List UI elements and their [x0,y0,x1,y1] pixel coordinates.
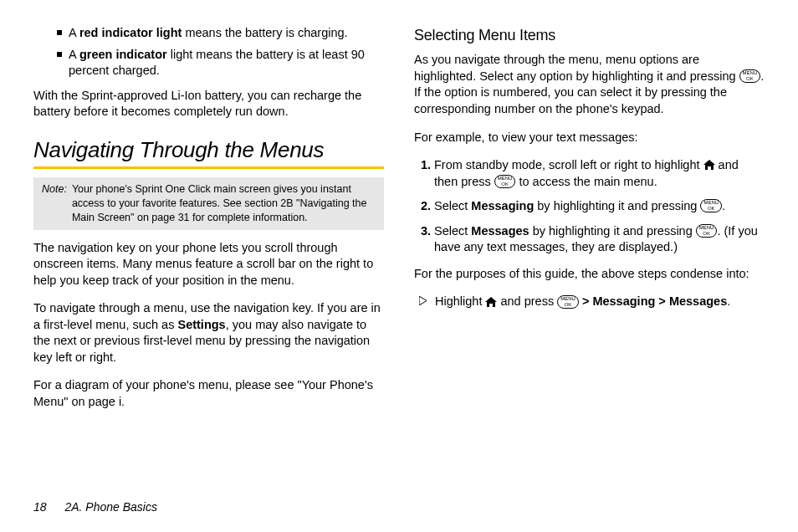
steps-list: From standby mode, scroll left or right … [414,157,765,256]
step-3: Select Messages by highlighting it and p… [434,223,765,256]
sprint-battery-paragraph: With the Sprint-approved Li-Ion battery,… [33,88,384,120]
step-2: Select Messaging by highlighting it and … [434,198,765,215]
condensed-text: Highlight and press MENUOK > Messaging >… [435,294,730,310]
left-column: A red indicator light means the battery … [33,25,384,422]
square-bullet-icon [57,52,62,57]
home-icon [703,160,715,170]
yellow-rule [33,166,384,169]
bullet-red-indicator: A red indicator light means the battery … [57,25,384,42]
intro-paragraph: As you navigate through the menu, menu o… [414,52,765,117]
bullet-green-indicator: A green indicator light means the batter… [57,47,384,79]
condense-paragraph: For the purposes of this guide, the abov… [414,266,765,283]
menu-ok-icon: MENUOK [696,224,718,238]
square-bullet-icon [57,30,62,35]
note-box: Note: Your phone's Sprint One Click main… [33,177,384,230]
bullet-text: A red indicator light means the battery … [69,25,348,42]
section-heading: Navigating Through the Menus [33,136,384,165]
menu-ok-icon: MENUOK [700,199,722,212]
note-label: Note: [42,182,67,225]
indicator-bullets: A red indicator light means the battery … [57,25,384,79]
nav-paragraph-1: The navigation key on your phone lets yo… [33,240,384,289]
right-column: Selecting Menu Items As you navigate thr… [414,25,765,422]
triangle-bullet-icon [419,296,427,310]
nav-paragraph-3: For a diagram of your phone's menu, plea… [33,377,384,410]
note-body: Your phone's Sprint One Click main scree… [72,182,376,225]
section-label: 2A. Phone Basics [64,500,157,514]
menu-ok-icon: MENUOK [739,69,761,83]
step-1: From standby mode, scroll left or right … [434,157,765,190]
home-icon [485,297,497,307]
menu-ok-icon: MENUOK [494,175,516,188]
condensed-step: Highlight and press MENUOK > Messaging >… [419,294,765,310]
menu-ok-icon: MENUOK [557,295,579,309]
subsection-heading: Selecting Menu Items [414,25,765,45]
bullet-text: A green indicator light means the batter… [69,47,384,79]
nav-paragraph-2: To navigate through a menu, use the navi… [33,300,384,366]
example-lead: For example, to view your text messages: [414,130,765,146]
page-footer: 18 2A. Phone Basics [33,499,157,515]
page-number: 18 [33,500,47,514]
